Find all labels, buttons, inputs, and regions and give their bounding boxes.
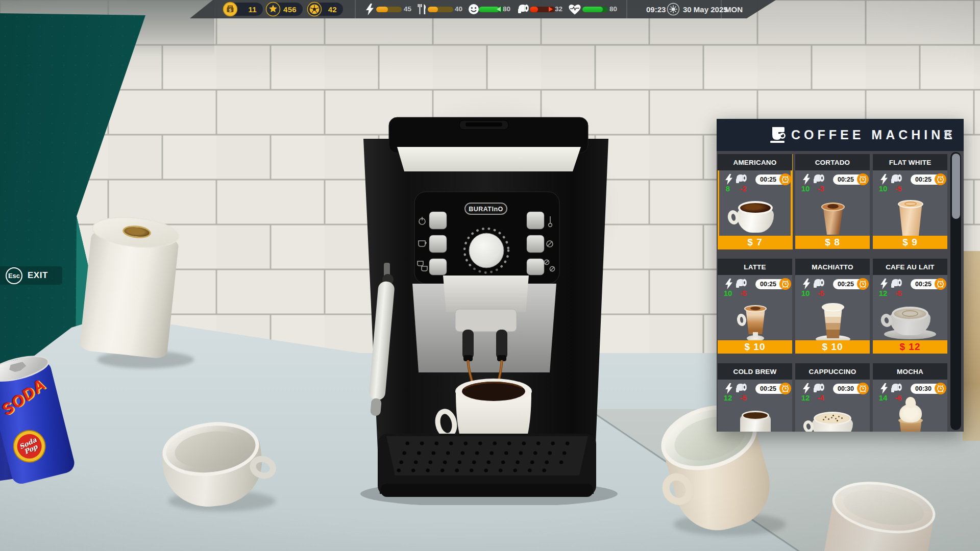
brew-time: 00:25 (760, 281, 776, 288)
toilet-paper-icon (891, 174, 903, 184)
timer-icon (935, 383, 946, 394)
timer-icon (857, 173, 869, 185)
coffee-item-name: LATTE (718, 259, 792, 275)
energy-icon (802, 174, 811, 185)
timer-icon (779, 383, 791, 394)
panel-header: COFFEE MACHINE ✕ (717, 119, 964, 151)
energy-icon (880, 279, 888, 289)
ball-counter: 42 (307, 3, 343, 16)
boxes-right-edge (963, 251, 980, 441)
hud-divider (721, 0, 722, 18)
timer-icon (935, 278, 946, 290)
machine-knob (469, 233, 504, 268)
brew-time: 00:25 (760, 385, 776, 392)
energy-icon (802, 383, 811, 394)
sun-icon (667, 3, 680, 18)
toilet-value: -5 (889, 289, 908, 297)
coffee-item-name: MACHIATTO (795, 259, 870, 275)
brew-time: 00:25 (915, 281, 932, 288)
price-tag: $ 8 (795, 236, 870, 249)
timer-icon (935, 173, 946, 185)
toilet-paper-icon (814, 279, 826, 289)
toilet-paper-icon (736, 383, 748, 393)
coffee-item[interactable]: CORTADO 10 -3 00:25 (795, 154, 870, 249)
machine-brand: BURATInO (469, 206, 503, 213)
coffee-item[interactable]: FLAT WHITE 10 -5 00:25 (873, 154, 947, 249)
timer-icon (779, 173, 791, 185)
money-icon: $ (223, 2, 238, 17)
energy-icon (725, 383, 733, 394)
hud-divider (626, 0, 627, 18)
energy-icon (880, 174, 888, 185)
toilet-trend-arrow (549, 7, 553, 12)
mood-trend-arrow (497, 7, 501, 12)
energy-icon (880, 383, 888, 394)
ball-icon (307, 2, 322, 17)
health-value: 80 (609, 5, 617, 13)
energy-icon (802, 279, 811, 289)
game-screen: SODA Soda Pop (0, 0, 980, 551)
timer-icon (779, 278, 791, 290)
drip-tray (378, 434, 596, 497)
toilet-value: -5 (734, 393, 752, 402)
price-tag: $ 9 (873, 236, 947, 249)
price-tag: $ 12 (873, 340, 947, 354)
brew-timer: 00:25 (833, 174, 867, 185)
toilet-value: -5 (889, 184, 908, 193)
coffee-item[interactable]: COLD BREW 12 -5 00:25 (718, 363, 792, 432)
close-button[interactable]: ✕ (939, 126, 957, 143)
exit-button[interactable]: Esc EXIT (0, 266, 62, 285)
coffee-item[interactable]: AMERICANO 8 -2 00:25 (718, 154, 792, 249)
toilet-paper-icon (891, 279, 903, 289)
toilet-paper-icon (814, 174, 826, 184)
brew-timer: 00:25 (911, 174, 945, 185)
brew-timer: 00:25 (911, 279, 945, 289)
brew-time: 00:25 (760, 176, 776, 183)
coffee-item-name: CAFE AU LAIT (873, 259, 947, 275)
health-bar (582, 7, 608, 12)
brew-time: 00:25 (838, 281, 854, 288)
energy-icon (725, 174, 733, 185)
coffee-item-name: MOCHA (873, 363, 947, 380)
energy-icon (725, 279, 733, 289)
health-icon (568, 4, 581, 17)
brew-time: 00:25 (838, 176, 854, 183)
star-counter: 456 (266, 3, 303, 16)
dispenser (443, 276, 529, 312)
money-counter: $ 11 (223, 3, 263, 16)
brew-timer: 00:30 (833, 384, 867, 394)
food-bar (428, 7, 453, 12)
toilet-value: -6 (889, 393, 908, 402)
panel-title: COFFEE MACHINE (791, 119, 956, 151)
mood-value: 80 (503, 5, 510, 13)
coffee-item-name: FLAT WHITE (873, 154, 947, 170)
panel-scrollbar[interactable] (950, 152, 961, 430)
price-tag: $ 7 (718, 236, 792, 249)
toilet-paper-icon (518, 4, 530, 16)
brew-time: 00:25 (915, 176, 932, 183)
coffee-machine[interactable]: BURATInO (347, 110, 618, 505)
coffee-item[interactable]: MOCHA 14 -6 00:30 (873, 363, 947, 432)
toilet-value: -5 (812, 289, 830, 297)
toilet-value: -2 (734, 184, 752, 193)
brew-timer: 00:25 (833, 279, 867, 289)
svg-text:$: $ (229, 8, 231, 13)
brew-timer: 00:25 (755, 384, 790, 394)
toilet-paper-icon (814, 383, 826, 393)
cup-left (154, 416, 271, 515)
coffee-item-name: CORTADO (795, 154, 870, 170)
brew-timer: 00:25 (755, 174, 790, 185)
scrollbar-thumb[interactable] (952, 154, 960, 219)
food-value: 40 (455, 5, 462, 13)
coffee-item[interactable]: CAFE AU LAIT 12 -5 00:25 (873, 259, 947, 354)
coffee-item[interactable]: CAPPUCCINO 12 -4 00:30 (795, 363, 870, 432)
coffee-item[interactable]: LATTE 10 -5 00:25 (718, 259, 792, 354)
toilet-paper-icon (736, 174, 748, 184)
brew-timer: 00:25 (755, 279, 790, 289)
toilet-paper-icon (891, 383, 903, 393)
energy-bar (376, 7, 402, 12)
food-icon (416, 4, 428, 17)
price-tag: $ 10 (795, 340, 870, 354)
toilet-value: -5 (734, 289, 752, 297)
coffee-item[interactable]: MACHIATTO 10 -5 00:25 (795, 259, 870, 354)
